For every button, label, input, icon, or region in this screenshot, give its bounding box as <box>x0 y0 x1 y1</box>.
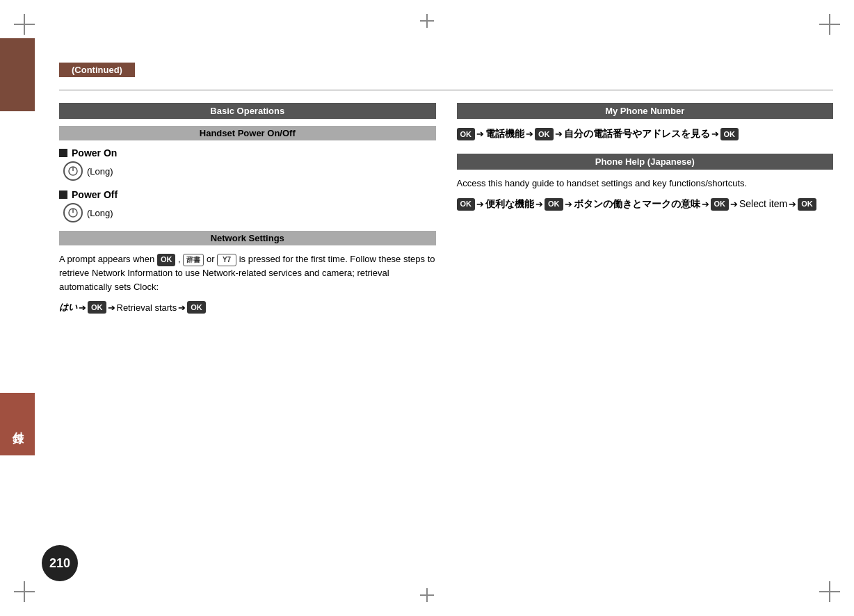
ok-btn-phone3: OK <box>720 128 739 140</box>
arrow-phone1: ➔ <box>476 127 484 142</box>
arrow1: ➔ <box>79 302 86 313</box>
arrow-help1: ➔ <box>476 197 484 212</box>
power-on-section: Power On (Long) <box>59 147 436 181</box>
dict-button: 辞書 <box>183 254 204 266</box>
main-content: (Continued) Basic Operations Handset Pow… <box>38 0 854 616</box>
ok-btn-help3: OK <box>711 198 730 211</box>
left-column: Basic Operations Handset Power On/Off Po… <box>59 103 436 314</box>
ok-button-network3: OK <box>187 301 206 314</box>
ok-btn-help2: OK <box>545 198 563 211</box>
ok-btn-help4: OK <box>798 198 816 211</box>
network-description: A prompt appears when OK , 辞書 or Y7 is p… <box>59 252 436 294</box>
right-column: My Phone Number OK ➔ 電話機能 ➔ OK ➔ 自分の電話番号… <box>457 103 834 314</box>
jp-text-benri: 便利な機能 <box>485 196 534 213</box>
corner-mark-bl <box>14 581 35 602</box>
jp-text-address: 自分の電話番号やアドレスを見る <box>564 126 710 143</box>
select-item-text: Select item <box>739 196 787 213</box>
arrow-help3: ➔ <box>565 197 572 212</box>
power-on-detail: (Long) <box>63 161 436 181</box>
bullet-power-off <box>59 191 67 199</box>
appendix-label: 付録 <box>10 423 25 425</box>
arrow-help5: ➔ <box>730 197 738 212</box>
arrow-help2: ➔ <box>535 197 543 212</box>
power-off-section: Power Off (Long) <box>59 189 436 222</box>
network-text-before: A prompt appears when <box>59 254 157 264</box>
continued-banner: (Continued) <box>59 63 135 77</box>
retrieval-starts-text: Retrieval starts <box>117 302 177 313</box>
power-on-label: Power On <box>59 147 436 159</box>
two-column-layout: Basic Operations Handset Power On/Off Po… <box>59 103 833 314</box>
top-divider <box>59 90 833 90</box>
phone-help-header: Phone Help (Japanese) <box>457 154 834 170</box>
my-phone-instructions: OK ➔ 電話機能 ➔ OK ➔ 自分の電話番号やアドレスを見る ➔ OK <box>457 126 834 143</box>
bullet-power-on <box>59 149 67 157</box>
hai-text: はい <box>59 301 77 314</box>
power-off-label: Power Off <box>59 189 436 200</box>
power-off-icon <box>63 203 83 222</box>
retrieval-line: はい ➔ OK ➔ Retrieval starts ➔ OK <box>59 301 436 314</box>
ok-btn-phone1: OK <box>457 128 476 140</box>
ok-btn-phone2: OK <box>535 128 554 140</box>
arrow-phone2: ➔ <box>526 127 533 142</box>
arrow-help6: ➔ <box>789 197 796 212</box>
comma-separator: , <box>178 254 183 264</box>
sidebar-tab-top <box>0 38 35 111</box>
my-phone-number-header: My Phone Number <box>457 103 834 119</box>
power-off-detail: (Long) <box>63 203 436 222</box>
arrow2: ➔ <box>108 302 115 313</box>
phone-help-instructions: OK ➔ 便利な機能 ➔ OK ➔ ボタンの働きとマークの意味 ➔ OK ➔ S… <box>457 196 834 213</box>
ok-btn-help1: OK <box>457 198 476 211</box>
arrow-phone3: ➔ <box>555 127 563 142</box>
phone-help-description: Access this handy guide to handset setti… <box>457 177 834 191</box>
network-settings-header: Network Settings <box>59 231 436 245</box>
y7-button: Y7 <box>217 254 236 266</box>
jp-text-button: ボタンの働きとマークの意味 <box>574 196 700 213</box>
basic-operations-header: Basic Operations <box>59 103 436 119</box>
arrow-help4: ➔ <box>702 197 709 212</box>
handset-power-header: Handset Power On/Off <box>59 126 436 140</box>
jp-text-denwakino: 電話機能 <box>485 126 524 143</box>
arrow3: ➔ <box>178 302 186 313</box>
ok-button-network2: OK <box>88 301 106 314</box>
ok-button-network1: OK <box>157 254 176 266</box>
arrow-phone4: ➔ <box>711 127 719 142</box>
corner-mark-tl <box>14 14 35 35</box>
appendix-tab: 付録 <box>0 393 35 455</box>
power-on-icon <box>63 161 83 181</box>
or-text: or <box>207 254 217 264</box>
